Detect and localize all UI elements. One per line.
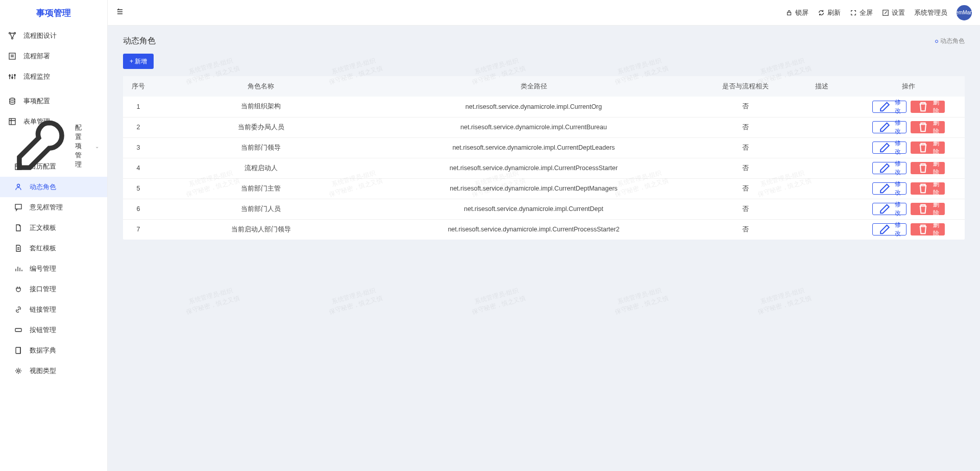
sidebar-item-dynamic-role[interactable]: 动态角色 [0, 177, 107, 197]
cell-name: 当前部门人员 [154, 199, 368, 219]
book-icon [14, 346, 22, 355]
sidebar-item-label: 套红模板 [30, 244, 56, 253]
lock-button[interactable]: 锁屏 [786, 8, 808, 17]
cell-related: 否 [699, 117, 791, 137]
sidebar-item-label: 视图类型 [30, 366, 56, 375]
delete-label: 删除 [933, 180, 940, 197]
edit-button[interactable]: 修改 [872, 223, 906, 236]
chevron-down-icon: ⌄ [95, 144, 99, 149]
watermark: 系统管理员-组织保守秘密，慎之又慎 [611, 285, 670, 317]
file-icon [14, 224, 22, 232]
delete-button[interactable]: 删除 [911, 203, 945, 215]
sidebar-item-button-manage[interactable]: 按钮管理 [0, 320, 107, 340]
sidebar-item-view-type[interactable]: 视图类型 [0, 361, 107, 381]
cell-op: 修改删除 [852, 97, 965, 117]
add-button[interactable]: + 新增 [123, 54, 154, 69]
user-name[interactable]: 系统管理员 [914, 8, 947, 17]
avatar[interactable]: emMan [957, 5, 972, 20]
sidebar-item-red-template[interactable]: 套红模板 [0, 238, 107, 258]
sidebar-item-interface-manage[interactable]: 接口管理 [0, 279, 107, 299]
delete-button[interactable]: 删除 [911, 182, 945, 195]
cell-op: 修改删除 [852, 219, 965, 240]
cell-seq: 6 [123, 199, 154, 219]
sidebar-item-data-dict[interactable]: 数据字典 [0, 340, 107, 361]
fullscreen-button[interactable]: 全屏 [850, 8, 873, 17]
edit-button[interactable]: 修改 [872, 162, 906, 174]
cell-related: 否 [699, 158, 791, 178]
cell-path: net.risesoft.service.dynamicrole.impl.Cu… [368, 117, 699, 137]
sliders-icon [8, 73, 16, 81]
sidebar-item-flow-deploy[interactable]: 流程部署 [0, 46, 107, 66]
link-icon [14, 305, 22, 314]
watermark: 系统管理员-组织保守秘密，慎之又慎 [469, 285, 527, 317]
edit-button[interactable]: 修改 [872, 121, 906, 133]
col-seq: 序号 [123, 76, 154, 97]
table-row: 7当前启动人部门领导net.risesoft.service.dynamicro… [123, 219, 965, 240]
sidebar-item-label: 动态角色 [30, 182, 56, 192]
page-title: 动态角色 [123, 36, 156, 46]
edit-label: 修改 [894, 119, 902, 136]
cell-seq: 7 [123, 219, 154, 240]
table-row: 5当前部门主管net.risesoft.service.dynamicrole.… [123, 178, 965, 199]
cell-desc [791, 117, 852, 137]
sidebar-item-label: 事项配置 [23, 97, 50, 106]
location-icon [935, 40, 938, 43]
cell-name: 当前部门领导 [154, 137, 368, 158]
sidebar-item-label: 编号管理 [30, 264, 56, 273]
sidebar-item-label: 按钮管理 [30, 325, 56, 335]
delete-button[interactable]: 删除 [911, 223, 945, 236]
table-row: 2当前委办局人员net.risesoft.service.dynamicrole… [123, 117, 965, 137]
sidebar-item-label: 链接管理 [30, 305, 56, 314]
table-header-row: 序号 角色名称 类全路径 是否与流程相关 描述 操作 [123, 76, 965, 97]
refresh-button[interactable]: 刷新 [818, 8, 841, 17]
edit-button[interactable]: 修改 [872, 101, 906, 113]
cell-desc [791, 97, 852, 117]
edit-label: 修改 [894, 200, 902, 218]
edit-button[interactable]: 修改 [872, 142, 906, 154]
cell-op: 修改删除 [852, 178, 965, 199]
breadcrumb: 动态角色 [935, 37, 965, 45]
delete-label: 删除 [933, 98, 940, 115]
button-icon [14, 326, 22, 334]
sidebar-item-flow-monitor[interactable]: 流程监控 [0, 66, 107, 87]
cell-desc [791, 178, 852, 199]
edit-button[interactable]: 修改 [872, 182, 906, 195]
delete-button[interactable]: 删除 [911, 142, 945, 154]
sidebar-item-label: 流程图设计 [23, 31, 57, 40]
edit-button[interactable]: 修改 [872, 203, 906, 215]
col-path: 类全路径 [368, 76, 699, 97]
sidebar-menu: 流程图设计 流程部署 流程监控 事项配置 表单管理 配置项管理 ⌄ [0, 26, 107, 471]
collapse-sidebar-button[interactable] [116, 8, 124, 18]
cell-desc [791, 219, 852, 240]
col-desc: 描述 [791, 76, 852, 97]
table: 序号 角色名称 类全路径 是否与流程相关 描述 操作 1当前组织架构net.ri… [123, 76, 965, 240]
person-icon [14, 183, 22, 191]
edit-label: 修改 [894, 221, 902, 238]
cell-op: 修改删除 [852, 199, 965, 219]
cell-path: net.risesoft.service.dynamicrole.impl.Cu… [368, 219, 699, 240]
sidebar-item-matter-config[interactable]: 事项配置 [0, 91, 107, 111]
sidebar-group-config[interactable]: 配置项管理 ⌄ [0, 136, 107, 156]
delete-button[interactable]: 删除 [911, 121, 945, 133]
cell-desc [791, 158, 852, 178]
sidebar-item-flowchart-design[interactable]: 流程图设计 [0, 26, 107, 46]
delete-button[interactable]: 删除 [911, 162, 945, 174]
sidebar-item-link-manage[interactable]: 链接管理 [0, 299, 107, 320]
watermark: 系统管理员-组织保守秘密，慎之又慎 [754, 285, 813, 317]
cell-name: 当前部门主管 [154, 178, 368, 199]
sidebar-item-opinion-box[interactable]: 意见框管理 [0, 197, 107, 218]
table-row: 6当前部门人员net.risesoft.service.dynamicrole.… [123, 199, 965, 219]
sidebar-item-text-template[interactable]: 正文模板 [0, 218, 107, 238]
settings-button[interactable]: 设置 [882, 8, 905, 17]
cell-related: 否 [699, 137, 791, 158]
fullscreen-icon [850, 9, 857, 16]
add-button-label: 新增 [135, 57, 147, 66]
sidebar-item-label: 接口管理 [30, 285, 56, 294]
cell-name: 流程启动人 [154, 158, 368, 178]
sidebar-item-number-manage[interactable]: 编号管理 [0, 258, 107, 279]
cell-desc [791, 199, 852, 219]
edit-label: 修改 [894, 159, 902, 177]
delete-button[interactable]: 删除 [911, 101, 945, 113]
sidebar-item-label: 流程监控 [23, 72, 50, 81]
edit-icon [882, 9, 889, 16]
